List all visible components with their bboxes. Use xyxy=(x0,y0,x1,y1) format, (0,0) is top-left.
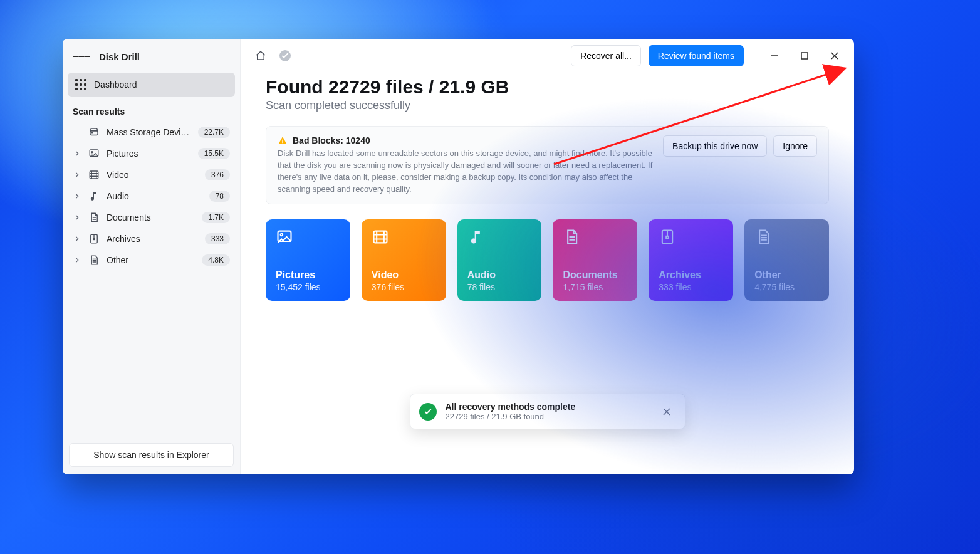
card-subtitle: 376 files xyxy=(372,282,436,292)
svg-rect-14 xyxy=(667,236,669,239)
titlebar-left xyxy=(252,47,291,65)
sidebar-item-archives[interactable]: Archives333 xyxy=(68,228,235,249)
file-icon xyxy=(754,228,819,246)
success-icon xyxy=(419,403,437,421)
card-title: Documents xyxy=(563,269,627,281)
subheadline: Scan completed successfully xyxy=(266,99,829,112)
chevron-right-icon xyxy=(73,191,81,201)
svg-rect-12 xyxy=(373,231,387,243)
bad-blocks-alert: Bad Blocks: 10240 Disk Drill has located… xyxy=(266,126,829,204)
recover-all-button[interactable]: Recover all... xyxy=(571,45,641,66)
svg-point-11 xyxy=(281,234,283,236)
drive-icon xyxy=(88,127,100,138)
alert-text: Disk Drill has located some unreadable s… xyxy=(278,148,654,195)
archive-icon xyxy=(659,228,723,246)
close-icon[interactable] xyxy=(657,402,676,421)
backup-drive-button[interactable]: Backup this drive now xyxy=(663,135,767,157)
sidebar-item-label: Archives xyxy=(107,234,199,244)
review-found-items-button[interactable]: Review found items xyxy=(649,45,744,66)
alert-actions: Backup this drive now Ignore xyxy=(663,135,817,157)
chevron-right-icon xyxy=(73,212,81,222)
sidebar-item-documents[interactable]: Documents1.7K xyxy=(68,207,235,228)
svg-rect-8 xyxy=(282,140,283,142)
scan-status-icon xyxy=(279,50,291,61)
window-close-button[interactable] xyxy=(820,46,849,65)
sidebar-footer: Show scan results in Explorer xyxy=(63,436,240,474)
sidebar-item-label: Audio xyxy=(107,191,203,201)
sidebar-nav: Dashboard xyxy=(63,73,240,97)
count-badge: 15.5K xyxy=(198,148,230,159)
main-panel: Recover all... Review found items Found … xyxy=(241,39,854,474)
card-title: Other xyxy=(754,269,819,281)
sidebar-header: Disk Drill xyxy=(63,39,240,73)
app-window: Disk Drill Dashboard Scan results Mass S… xyxy=(63,39,854,474)
content: Found 22729 files / 21.9 GB Scan complet… xyxy=(241,73,854,301)
svg-point-1 xyxy=(91,132,93,133)
sidebar-item-label: Documents xyxy=(107,212,195,222)
svg-rect-7 xyxy=(801,53,808,59)
sidebar-item-dashboard[interactable]: Dashboard xyxy=(68,73,235,97)
alert-title-text: Bad Blocks: 10240 xyxy=(293,135,370,145)
app-title: Disk Drill xyxy=(99,51,140,62)
card-title: Archives xyxy=(659,269,723,281)
category-card-archives[interactable]: Archives333 files xyxy=(649,219,733,301)
count-badge: 376 xyxy=(205,169,230,180)
card-subtitle: 4,775 files xyxy=(754,282,819,292)
completion-toast: All recovery methods complete 22729 file… xyxy=(410,394,685,429)
card-title: Audio xyxy=(467,269,532,281)
menu-icon[interactable] xyxy=(73,48,90,65)
count-badge: 1.7K xyxy=(202,212,230,223)
sidebar: Disk Drill Dashboard Scan results Mass S… xyxy=(63,39,241,474)
home-icon[interactable] xyxy=(252,47,269,65)
category-card-documents[interactable]: Documents1,715 files xyxy=(553,219,637,301)
chevron-right-icon xyxy=(73,170,81,180)
sidebar-item-pictures[interactable]: Pictures15.5K xyxy=(68,143,235,164)
music-icon xyxy=(88,191,100,202)
sidebar-item-label: Video xyxy=(107,170,199,180)
sidebar-item-audio[interactable]: Audio78 xyxy=(68,186,235,207)
toast-title: All recovery methods complete xyxy=(446,402,576,412)
card-subtitle: 1,715 files xyxy=(563,282,627,292)
count-badge: 22.7K xyxy=(198,127,230,138)
music-icon xyxy=(467,228,532,246)
svg-rect-10 xyxy=(278,231,291,241)
document-icon xyxy=(88,212,100,223)
sidebar-section-title: Scan results xyxy=(63,97,240,122)
card-subtitle: 15,452 files xyxy=(276,282,340,292)
sidebar-item-mass-storage-device-u[interactable]: Mass Storage Device U...22.7K xyxy=(68,122,235,143)
card-title: Pictures xyxy=(276,269,340,281)
card-subtitle: 333 files xyxy=(659,282,723,292)
sidebar-item-other[interactable]: Other4.8K xyxy=(68,249,235,271)
sidebar-item-video[interactable]: Video376 xyxy=(68,164,235,186)
svg-rect-4 xyxy=(90,171,98,179)
category-card-audio[interactable]: Audio78 files xyxy=(457,219,542,301)
window-controls xyxy=(760,46,849,65)
sidebar-item-label: Other xyxy=(107,255,195,265)
warning-icon xyxy=(278,135,288,145)
show-in-explorer-button[interactable]: Show scan results in Explorer xyxy=(69,443,234,467)
window-minimize-button[interactable] xyxy=(760,46,789,65)
svg-point-3 xyxy=(91,152,93,153)
sidebar-item-label: Dashboard xyxy=(94,80,137,90)
toast-subtitle: 22729 files / 21.9 GB found xyxy=(446,412,576,421)
svg-line-15 xyxy=(554,69,843,164)
category-card-pictures[interactable]: Pictures15,452 files xyxy=(266,219,350,301)
ignore-alert-button[interactable]: Ignore xyxy=(773,135,817,157)
titlebar-right: Recover all... Review found items xyxy=(571,45,849,66)
window-maximize-button[interactable] xyxy=(790,46,819,65)
category-card-video[interactable]: Video376 files xyxy=(362,219,446,301)
category-card-other[interactable]: Other4,775 files xyxy=(744,219,829,301)
chevron-right-icon xyxy=(73,234,81,244)
sidebar-item-label: Mass Storage Device U... xyxy=(107,127,192,137)
headline: Found 22729 files / 21.9 GB xyxy=(266,76,829,98)
desktop-background: Disk Drill Dashboard Scan results Mass S… xyxy=(0,0,980,554)
file-icon xyxy=(88,254,100,266)
category-cards: Pictures15,452 filesVideo376 filesAudio7… xyxy=(266,219,829,301)
alert-title: Bad Blocks: 10240 xyxy=(278,135,654,145)
card-subtitle: 78 files xyxy=(467,282,532,292)
sidebar-tree: Mass Storage Device U...22.7KPictures15.… xyxy=(63,122,240,276)
archive-icon xyxy=(88,233,100,244)
film-icon xyxy=(372,228,436,246)
svg-rect-13 xyxy=(662,231,672,244)
count-badge: 78 xyxy=(209,191,230,202)
